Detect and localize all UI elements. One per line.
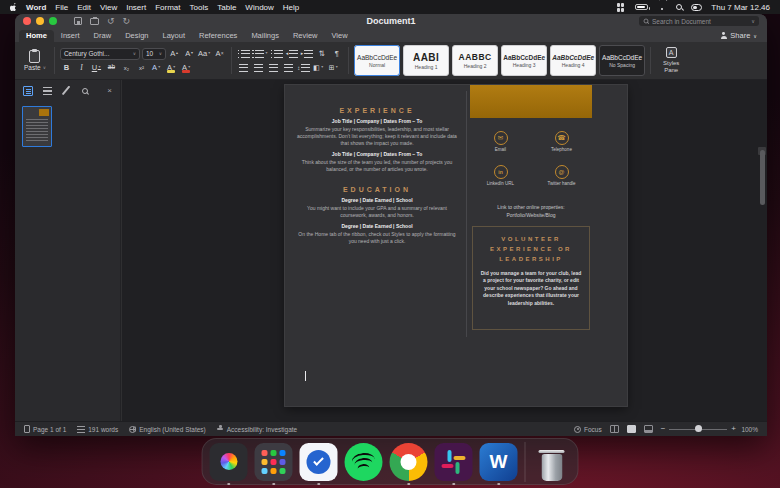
degree-title-line[interactable]: Degree | Date Earned | School [297, 223, 457, 229]
zoom-window-button[interactable] [49, 17, 57, 25]
subscript-button[interactable] [120, 62, 133, 74]
menubar-item-table[interactable]: Table [217, 3, 236, 12]
menubar-item-edit[interactable]: Edit [77, 3, 91, 12]
zoom-slider-knob[interactable] [695, 425, 702, 432]
multilevel-list-button[interactable] [270, 48, 283, 60]
resume-left-column[interactable]: EXPERIENCE Job Title | Company | Dates F… [297, 107, 457, 245]
line-spacing-button[interactable] [297, 62, 310, 74]
education-heading[interactable]: EDUCATION [297, 186, 457, 193]
align-left-button[interactable] [237, 62, 250, 74]
zoom-out-button[interactable]: − [661, 425, 666, 433]
slack-icon[interactable] [435, 443, 473, 481]
zoom-percentage[interactable]: 100% [740, 426, 758, 433]
launchpad-swirl-icon[interactable] [210, 443, 248, 481]
numbering-button[interactable]: ▼ [252, 48, 268, 60]
menubar-item-file[interactable]: File [55, 3, 68, 12]
page-thumbnail-1[interactable] [22, 106, 52, 147]
shading-button[interactable]: ▼ [312, 62, 325, 74]
style-heading-2[interactable]: AABBC Heading 2 [452, 45, 498, 76]
tab-draw[interactable]: Draw [87, 30, 119, 43]
tab-review[interactable]: Review [286, 30, 325, 43]
borders-button[interactable]: ▼ [327, 62, 340, 74]
menubar-item-format[interactable]: Format [155, 3, 180, 12]
zoom-slider[interactable] [669, 429, 727, 430]
underline-button[interactable]: U▼ [90, 62, 103, 74]
align-right-button[interactable] [267, 62, 280, 74]
bullets-button[interactable] [237, 48, 250, 60]
degree-body[interactable]: On the Home tab of the ribbon, check out… [297, 231, 457, 246]
outline-pane-icon[interactable] [43, 87, 52, 96]
language-selector[interactable]: English (United States) [129, 426, 205, 433]
search-input[interactable] [652, 18, 748, 25]
find-pane-icon[interactable] [82, 88, 88, 94]
font-size-combo[interactable]: 10 [142, 48, 166, 60]
tab-references[interactable]: References [192, 30, 244, 43]
style-heading-3[interactable]: AaBbCcDdEe Heading 3 [501, 45, 547, 76]
input-source-icon[interactable] [617, 3, 626, 12]
font-name-combo[interactable]: Century Gothi... [60, 48, 140, 60]
justify-button[interactable] [282, 62, 295, 74]
spotlight-icon[interactable] [676, 4, 682, 10]
bold-button[interactable]: B [60, 62, 73, 74]
style-heading-1[interactable]: AABI Heading 1 [403, 45, 449, 76]
tab-home[interactable]: Home [19, 30, 54, 43]
degree-title-line[interactable]: Degree | Date Earned | School [297, 197, 457, 203]
contact-item-telephone[interactable]: Telephone [531, 131, 592, 152]
job-body[interactable]: Think about the size of the team you led… [297, 159, 457, 174]
trash-icon[interactable] [533, 443, 571, 481]
menubar-item-insert[interactable]: Insert [126, 3, 146, 12]
align-center-button[interactable] [252, 62, 265, 74]
job-title-line[interactable]: Job Title | Company | Dates From – To [297, 151, 457, 157]
print-layout-button[interactable] [627, 425, 636, 433]
print-icon[interactable] [90, 18, 99, 25]
wifi-icon[interactable] [657, 4, 667, 10]
menubar-item-help[interactable]: Help [283, 3, 299, 12]
close-sidebar-icon[interactable] [107, 87, 112, 95]
highlight-button[interactable]: A▼ [165, 62, 178, 74]
spotify-icon[interactable] [345, 443, 383, 481]
save-icon[interactable] [74, 17, 82, 25]
styles-pane-button[interactable]: A Styles Pane [656, 47, 686, 74]
search-scope-chevron-icon[interactable] [751, 18, 755, 24]
clear-formatting-button[interactable] [213, 48, 226, 60]
superscript-button[interactable] [135, 62, 148, 74]
close-window-button[interactable] [23, 17, 31, 25]
tab-mailings[interactable]: Mailings [244, 30, 286, 43]
page-count[interactable]: Page 1 of 1 [24, 425, 66, 433]
paste-button[interactable]: Paste [21, 50, 49, 71]
control-center-icon[interactable] [691, 4, 702, 11]
italic-button[interactable]: I [75, 62, 88, 74]
style-no-spacing[interactable]: AaBbCcDdEe No Spacing [599, 45, 645, 76]
focus-mode-button[interactable]: Focus [574, 426, 602, 433]
document-canvas[interactable]: EXPERIENCE Job Title | Company | Dates F… [122, 80, 767, 421]
read-mode-button[interactable] [610, 425, 619, 433]
contact-item-twitter[interactable]: Twitter handle [531, 165, 592, 186]
photo-placeholder[interactable] [470, 85, 592, 118]
sort-button[interactable] [315, 48, 328, 60]
tab-layout[interactable]: Layout [155, 30, 192, 43]
redo-icon[interactable] [123, 17, 131, 26]
menubar-item-word[interactable]: Word [26, 3, 46, 12]
font-color-button[interactable]: A▼ [180, 62, 193, 74]
undo-icon[interactable] [107, 17, 115, 26]
online-properties-text[interactable]: Link to other online properties: Portfol… [470, 204, 592, 219]
menubar-item-tools[interactable]: Tools [190, 3, 209, 12]
revisions-pane-icon[interactable] [61, 86, 71, 96]
tab-insert[interactable]: Insert [54, 30, 87, 43]
document-page[interactable]: EXPERIENCE Job Title | Company | Dates F… [285, 85, 627, 406]
menubar-clock[interactable]: Thu 7 Mar 12.46 [711, 3, 770, 12]
share-button[interactable]: Share [720, 31, 763, 42]
tab-view[interactable]: View [324, 30, 354, 43]
job-body[interactable]: Summarize your key responsibilities, lea… [297, 126, 457, 148]
word-dock-icon[interactable]: W [480, 443, 518, 481]
apple-menu-icon[interactable] [10, 3, 17, 11]
zoom-in-button[interactable]: + [731, 425, 736, 433]
contact-item-linkedin[interactable]: LinkedIn URL [470, 165, 531, 186]
chrome-icon[interactable] [390, 443, 428, 481]
strikethrough-button[interactable]: ab [105, 62, 118, 74]
job-title-line[interactable]: Job Title | Company | Dates From – To [297, 118, 457, 124]
thumbnails-pane-icon[interactable] [23, 86, 33, 96]
grow-font-button[interactable] [168, 48, 181, 60]
menubar-item-window[interactable]: Window [245, 3, 273, 12]
vertical-scrollbar-thumb[interactable] [760, 150, 765, 205]
